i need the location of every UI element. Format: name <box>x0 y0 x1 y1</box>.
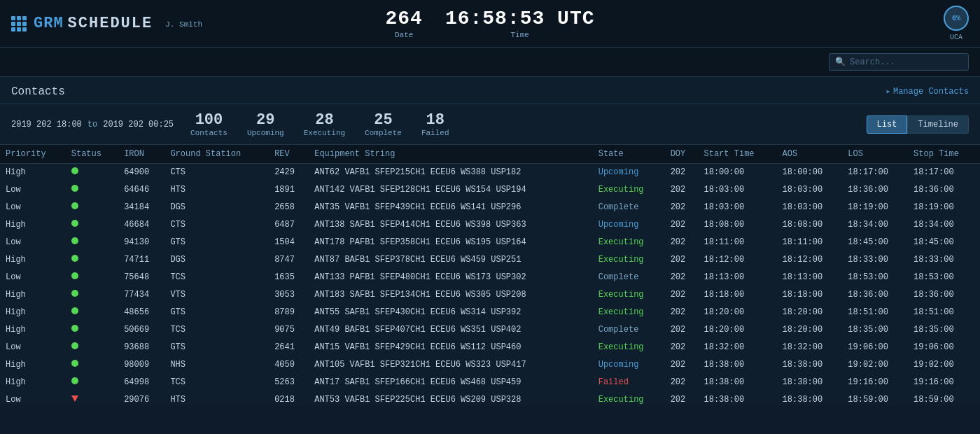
table-row[interactable]: High 98009 NHS 4050 ANT105 VAFB1 SFEP321… <box>0 356 980 374</box>
table-row[interactable]: High 74711 DGS 8747 ANT87 BAFB1 SFEP378C… <box>0 251 980 269</box>
table-column-header: Stop Time <box>908 145 980 164</box>
table-body: High 64900 CTS 2429 ANT62 VAFB1 SFEP215C… <box>0 164 980 405</box>
table-wrapper[interactable]: PriorityStatusIRONGround StationREVEquip… <box>0 145 980 405</box>
cell-status <box>66 391 118 405</box>
cell-los: 19:16:00 <box>842 374 908 391</box>
table-row[interactable]: Low 93688 GTS 2641 ANT15 VAFB1 SFEP429CH… <box>0 339 980 356</box>
cell-los: 18:53:00 <box>842 269 908 286</box>
schedule-label: SCHEDULE <box>68 15 153 32</box>
table-row[interactable]: Low 94130 GTS 1504 ANT178 PAFB1 SFEP358C… <box>0 234 980 251</box>
cell-stop: 18:33:00 <box>908 251 980 269</box>
date-to: 2019 202 00:25 <box>103 120 174 130</box>
user-name: J. Smith <box>165 20 202 29</box>
cell-stop: 19:06:00 <box>908 339 980 356</box>
timeline-view-button[interactable]: Timeline <box>907 115 969 134</box>
table-row[interactable]: Low 75648 TCS 1635 ANT133 PAFB1 SFEP480C… <box>0 269 980 286</box>
cell-rev: 6487 <box>269 216 309 234</box>
cell-stop: 19:02:00 <box>908 356 980 374</box>
uca-circle: 6% <box>944 6 969 31</box>
cell-eq: ANT55 SAFB1 SFEP430CH1 ECEU6 WS314 USP39… <box>309 304 593 321</box>
date-from: 2019 202 18:00 <box>11 120 82 130</box>
cell-priority: Low <box>0 339 66 356</box>
search-icon: 🔍 <box>835 57 846 67</box>
cell-start: 18:38:00 <box>699 391 777 405</box>
table-row[interactable]: High 64900 CTS 2429 ANT62 VAFB1 SFEP215C… <box>0 164 980 181</box>
date-range: 2019 202 18:00 to 2019 202 00:25 <box>11 120 174 130</box>
cell-aos: 18:20:00 <box>777 304 843 321</box>
stat-value: 25 <box>365 111 402 129</box>
cell-doy: 202 <box>665 164 699 181</box>
cell-iron: 77434 <box>118 286 164 304</box>
cell-state: Executing <box>593 251 665 269</box>
cell-iron: 98009 <box>118 356 164 374</box>
cell-priority: High <box>0 321 66 339</box>
cell-doy: 202 <box>665 321 699 339</box>
status-indicator <box>71 185 78 192</box>
header-center: 264 Date 16:58:53 UTC Time <box>385 8 594 39</box>
stat-value: 100 <box>190 111 227 129</box>
cell-priority: High <box>0 304 66 321</box>
list-view-button[interactable]: List <box>867 115 908 134</box>
view-toggle: List Timeline <box>867 115 969 134</box>
cell-state: Upcoming <box>593 164 665 181</box>
cell-state: Upcoming <box>593 216 665 234</box>
cell-start: 18:32:00 <box>699 339 777 356</box>
table-column-header: REV <box>269 145 309 164</box>
cell-state: Failed <box>593 374 665 391</box>
cell-doy: 202 <box>665 374 699 391</box>
cell-eq: ANT53 VAFB1 SFEP225CH1 ECEU6 WS209 USP32… <box>309 391 593 405</box>
table-row[interactable]: High 48656 GTS 8789 ANT55 SAFB1 SFEP430C… <box>0 304 980 321</box>
cell-stop: 18:36:00 <box>908 286 980 304</box>
cell-state: Upcoming <box>593 356 665 374</box>
table-row[interactable]: Low 64646 HTS 1891 ANT142 VAFB1 SFEP128C… <box>0 181 980 199</box>
grid-icon[interactable] <box>11 16 27 31</box>
status-indicator <box>71 272 78 279</box>
table-row[interactable]: High 77434 VTS 3053 ANT183 SAFB1 SFEP134… <box>0 286 980 304</box>
cell-iron: 34184 <box>118 199 164 216</box>
cell-stop: 18:34:00 <box>908 216 980 234</box>
table-row[interactable]: High 50669 TCS 9075 ANT49 BAFB1 SFEP407C… <box>0 321 980 339</box>
cell-aos: 18:12:00 <box>777 251 843 269</box>
table-row[interactable]: High 46684 CTS 6487 ANT138 SAFB1 SFEP414… <box>0 216 980 234</box>
cell-iron: 75648 <box>118 269 164 286</box>
cell-start: 18:18:00 <box>699 286 777 304</box>
cell-eq: ANT49 BAFB1 SFEP407CH1 ECEU6 WS351 USP40… <box>309 321 593 339</box>
cell-rev: 4050 <box>269 356 309 374</box>
table-column-header: Status <box>66 145 118 164</box>
search-input[interactable] <box>850 57 962 67</box>
contacts-table: PriorityStatusIRONGround StationREVEquip… <box>0 145 980 405</box>
status-indicator <box>71 396 78 402</box>
cell-eq: ANT133 PAFB1 SFEP480CH1 ECEU6 WS173 USP3… <box>309 269 593 286</box>
table-row[interactable]: High 64998 TCS 5263 ANT17 SAFB1 SFEP166C… <box>0 374 980 391</box>
cell-state: Executing <box>593 339 665 356</box>
search-input-wrapper[interactable]: 🔍 <box>829 53 969 71</box>
status-indicator <box>71 255 78 262</box>
cell-los: 18:19:00 <box>842 199 908 216</box>
table-column-header: Start Time <box>699 145 777 164</box>
cell-eq: ANT35 VAFB1 SFEP439CH1 ECEU6 WS141 USP29… <box>309 199 593 216</box>
cell-aos: 18:38:00 <box>777 391 843 405</box>
cell-rev: 9075 <box>269 321 309 339</box>
cell-status <box>66 356 118 374</box>
cell-doy: 202 <box>665 304 699 321</box>
cell-gs: DGS <box>164 251 269 269</box>
cell-aos: 18:32:00 <box>777 339 843 356</box>
date-to-label: to <box>88 120 97 130</box>
cell-gs: TCS <box>164 321 269 339</box>
cell-aos: 18:00:00 <box>777 164 843 181</box>
stat-label: Executing <box>304 129 345 137</box>
stat-group: 100Contacts29Upcoming28Executing25Comple… <box>190 111 449 137</box>
table-column-header: AOS <box>777 145 843 164</box>
cell-priority: High <box>0 164 66 181</box>
cell-gs: TCS <box>164 374 269 391</box>
cell-status <box>66 164 118 181</box>
table-row[interactable]: Low 29076 HTS 0218 ANT53 VAFB1 SFEP225CH… <box>0 391 980 405</box>
table-row[interactable]: Low 34184 DGS 2658 ANT35 VAFB1 SFEP439CH… <box>0 199 980 216</box>
cell-rev: 2429 <box>269 164 309 181</box>
cell-priority: Low <box>0 391 66 405</box>
cell-start: 18:08:00 <box>699 216 777 234</box>
date-value: 264 <box>385 8 422 29</box>
cell-los: 18:34:00 <box>842 216 908 234</box>
status-indicator <box>71 360 78 367</box>
manage-contacts-link[interactable]: ➤ Manage Contacts <box>886 87 969 97</box>
